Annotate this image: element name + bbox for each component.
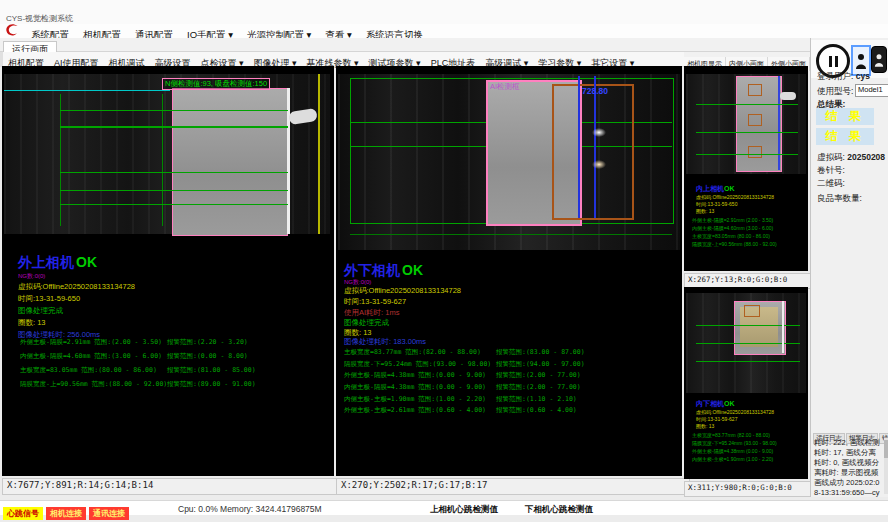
connector-part — [780, 92, 796, 100]
overlay-line — [778, 76, 780, 170]
camera-view-inner-upper[interactable]: 内上相机OK 虚拟码:Offline20250208133134728时间:13… — [684, 66, 808, 271]
alarm-range: 报警范围:(1.10 - 2.10) — [496, 395, 577, 404]
log-scrollbar-thumb[interactable] — [884, 440, 888, 458]
info-line: 时间:13-31-59-650 — [696, 201, 774, 208]
led-spot — [592, 128, 606, 137]
alarm-range: 报警范围:(89.00 - 91.00) — [167, 380, 256, 389]
camera-result-title: 内下相机OK — [696, 399, 735, 409]
measurement-row: 外侧主极-主极=2.61mm 范围:(0.60 - 4.00) 报警范围:(0.… — [344, 406, 678, 418]
camera-view-outer-upper[interactable]: N侧检测值:93, 吸盘检测值:150 外上相机OK NG数:0(0) 虚拟码:… — [2, 66, 334, 476]
overlay-line — [162, 94, 163, 226]
menu: 系统配置相机配置通讯配置IO手配置 ▾光源控制配置 ▾查看 ▾系统语言切换 — [24, 24, 430, 38]
time-line: 时间:13-31-59-650 — [18, 294, 80, 304]
alarm-range: 报警范围:(83.00 - 87.00) — [496, 348, 585, 357]
led-spot — [592, 160, 606, 169]
model-select[interactable]: Model1 — [855, 84, 888, 97]
camera-image — [686, 74, 806, 174]
camera-view-outer-lower[interactable]: AI检测框 728.80 外下相机OK NG数:0(0) 虚拟码:Offline… — [336, 66, 682, 476]
turn-count-line: 圈数: 13 — [18, 318, 46, 328]
ai-roi-box — [748, 146, 762, 158]
pause-icon — [829, 56, 832, 67]
operator-button[interactable] — [871, 46, 887, 73]
measurement-row: 外侧主极-隔膜=4.38mm (0.00 - 9.00) — [692, 447, 777, 455]
measurement-row: 内侧主极-主极=1.90mm 范围:(1.00 - 2.20) 报警范围:(1.… — [344, 395, 678, 407]
small-view-tab-bar: 相机图显示内侧小画面外侧小画面 — [684, 52, 810, 67]
virtual-code-value: 20250208 — [847, 152, 885, 162]
model-label: 使用型号: — [817, 86, 853, 98]
pin-number-label: 卷针号: — [817, 165, 845, 177]
menubar: 系统配置相机配置通讯配置IO手配置 ▾光源控制配置 ▾查看 ▾系统语言切换 — [0, 24, 888, 38]
overlay-line — [696, 325, 800, 326]
overlay-line — [594, 76, 596, 218]
log-scrollbar[interactable] — [884, 438, 888, 494]
measurement-row: 外侧主极-隔膜=2.91mm 范围:(2.00 - 3.50) 报警范围:(2.… — [20, 338, 330, 352]
measurement-row: 主极宽度=83.05mm 范围:(80.00 - 86.00) 报警范围:(81… — [20, 366, 330, 380]
measurement-row: 主极宽度=83.77mm (82.00 - 88.00) — [692, 431, 777, 439]
pause-icon — [835, 56, 838, 67]
result-badge-1: 结 果 — [816, 108, 874, 125]
alarm-range: 报警范围:(0.60 - 4.00) — [496, 406, 577, 415]
result-badge-2: 结 果 — [816, 128, 874, 145]
control-panel: 登录用户: cys 使用型号: Model1 总结果: 结 果 结 果 虚拟码:… — [810, 38, 888, 497]
overlay-line — [696, 361, 800, 362]
overlay-line — [60, 126, 288, 128]
measurement-row: 主极宽度=83.77mm 范围:(82.00 - 88.00) 报警范围:(83… — [344, 348, 678, 360]
cursor-coords-middle: X:270;Y:2502;R:17;G:17;B:17 — [336, 478, 690, 495]
measurement-value: 主极宽度=83.77mm 范围:(82.00 - 88.00) — [344, 348, 481, 356]
overlay-line — [60, 172, 288, 173]
measurement-row: 隔膜宽度-下=95.24mm (93.00 - 98.00) — [692, 439, 777, 447]
status-badge: 通讯连接 — [89, 507, 129, 520]
process-done-line: 图像处理完成 — [344, 318, 389, 328]
overlay-line — [696, 132, 798, 133]
camera-result-title: 内上相机OK — [696, 184, 735, 194]
measurement-value: 内侧主极-隔膜=4.38mm 范围:(0.00 - 9.00) — [344, 383, 486, 391]
overlay-line — [696, 154, 798, 155]
overlay-line — [696, 104, 798, 105]
alarm-range: 报警范围:(0.00 - 8.00) — [167, 352, 248, 361]
upper-camera-heartbeat: 上相机心跳检测值 — [430, 504, 498, 516]
ai-roi-box — [744, 305, 760, 317]
status-badge: 相机连接 — [46, 507, 86, 520]
measurement-list: 外侧主极-隔膜=2.91mm (2.00 - 3.50)内侧主极-隔膜=4.60… — [692, 216, 777, 248]
virtual-code-caption: 虚拟码: — [817, 152, 845, 162]
measurement-row: 外侧主极-隔膜=2.91mm (2.00 - 3.50) — [692, 216, 777, 224]
info-line: 虚拟码:Offline20250208133134728 — [696, 194, 774, 201]
camera-name: 内上相机 — [696, 185, 724, 192]
measurement-row: 隔膜宽度-上=90.56mm (88.00 - 92.00) — [692, 240, 777, 248]
cursor-coords-left: X:7677;Y:891;R:14;G:14;B:14 — [2, 478, 342, 495]
alarm-range: 报警范围:(2.00 - 77.00) — [496, 383, 581, 392]
overlay-line — [782, 301, 784, 353]
overlay-line — [318, 74, 320, 234]
measurement-value: 隔膜宽度-上=90.56mm 范围:(88.00 - 92.00) — [20, 380, 167, 388]
measurement-row: 内侧主极-隔膜=4.60mm 范围:(3.00 - 6.00) 报警范围:(0.… — [20, 352, 330, 366]
measurement-row: 隔膜宽度-上=90.56mm 范围:(88.00 - 92.00) 报警范围:(… — [20, 380, 330, 394]
elapsed-line: 图像处理耗时: 183.00ms — [344, 337, 426, 347]
alarm-range: 报警范围:(94.00 - 97.00) — [496, 360, 585, 369]
lower-camera-heartbeat: 下相机心跳检测值 — [525, 504, 593, 516]
overlay-line — [578, 76, 580, 218]
ai-measure-value: 728.80 — [582, 86, 608, 96]
measurement-value: 内侧主极-主极=1.90mm 范围:(1.00 - 2.20) — [344, 395, 486, 403]
measure-overlay-label: N侧检测值:93, 吸盘检测值:150 — [162, 78, 270, 90]
measurement-row: 内侧主极-隔膜=4.38mm 范围:(0.00 - 9.00) 报警范围:(2.… — [344, 383, 678, 395]
camera-image — [686, 293, 806, 393]
result-ok-label: OK — [724, 400, 735, 407]
measurement-list: 主极宽度=83.77mm 范围:(82.00 - 88.00) 报警范围:(83… — [344, 348, 678, 418]
alarm-range: 报警范围:(81.00 - 85.00) — [167, 366, 256, 375]
camera-image: AI检测框 728.80 — [338, 74, 680, 250]
toolbar: 相机配置AI使用配置相机调试高级设置点检设置 ▾图像处理 ▾基准线参数 ▾测试项… — [0, 52, 687, 67]
ai-box-label: AI检测框 — [490, 82, 520, 92]
camera-name: 外上相机 — [18, 254, 74, 270]
camera-result-title: 外上相机OK — [18, 254, 97, 272]
overlay-line — [60, 190, 288, 191]
status-badge: 心跳信号 — [3, 507, 43, 520]
cpu-memory-readout: Cpu: 0.0% Memory: 3424.41796875M — [178, 504, 322, 514]
camera-image: N侧检测值:93, 吸盘检测值:150 — [4, 74, 330, 234]
ai-roi-box — [552, 84, 634, 220]
measurement-row: 外侧主极-隔膜=4.38mm 范围:(0.00 - 9.00) 报警范围:(2.… — [344, 371, 678, 383]
log-text: 耗时: 222, 画线检测耗时: 17, 画线分离耗时: 0, 画线视频分离耗时… — [814, 438, 882, 497]
connector-part — [288, 108, 318, 125]
camera-name: 内下相机 — [696, 400, 724, 407]
ng-count-line: NG数:0(0) — [18, 272, 45, 281]
camera-view-inner-lower[interactable]: 内下相机OK 虚拟码:Offline20250208133134728时间:13… — [684, 287, 808, 479]
